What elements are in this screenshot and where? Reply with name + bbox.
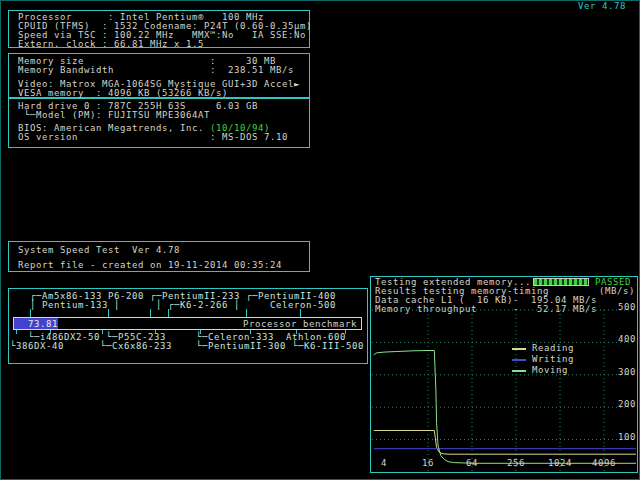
y-axis-tick-label: 100 <box>618 433 636 442</box>
legend-label-moving: Moving <box>532 366 568 375</box>
speedtest-title-box: System Speed Test Ver 4.78 Report file -… <box>8 241 310 272</box>
benchmark-scale-tick <box>108 309 109 317</box>
benchmark-value: 73.81 <box>28 319 58 329</box>
memory-chart-plot <box>372 310 636 472</box>
os-version-line: OS version : MS-DOS 7.10 <box>18 133 288 142</box>
memory-video-box: Memory size : 30 MB Memory Bandwidth : 2… <box>8 53 310 98</box>
speedsys-screen: Ver 4.78 Processor : Intel Pentium® 100 … <box>0 0 640 480</box>
x-axis-tick-label: 64 <box>466 459 478 468</box>
x-axis-tick-label: 4 <box>381 459 387 468</box>
memory-bandwidth-line: Memory Bandwidth : 238.51 MB/s <box>18 66 294 75</box>
benchmark-scale-tick <box>200 330 201 334</box>
benchmark-scale-tick <box>30 309 31 317</box>
benchmark-scale-tick <box>16 330 17 334</box>
legend-label-writing: Writing <box>532 355 574 364</box>
version-label: Ver 4.78 <box>578 2 626 11</box>
benchmark-scale-tick <box>296 330 297 334</box>
benchmark-scale-tick <box>246 309 247 317</box>
y-axis-tick-label: 200 <box>618 400 636 409</box>
x-axis-tick-label: 1024 <box>548 459 572 468</box>
extern-clock-line: Extern. clock : 66.81 MHz x 1.5 <box>18 40 204 49</box>
chart-unit-label: (MB/s) <box>599 287 635 296</box>
benchmark-scale-tick <box>300 309 301 317</box>
y-axis-tick-label: 500 <box>618 303 636 312</box>
legend-dash-writing <box>512 359 526 361</box>
progress-bar <box>533 278 589 286</box>
benchmark-scale-tick <box>150 309 151 317</box>
y-axis-tick-label: 300 <box>618 368 636 377</box>
drive-model-line: └─Model (PM): FUJITSU MPE3064AT <box>18 111 210 120</box>
benchmark-reference-labels-bottom: └386DX-40 └─Cx6x86-233 └─PentiumII-300 └… <box>10 342 364 351</box>
y-axis-tick-label: 400 <box>618 335 636 344</box>
benchmark-scale-tick <box>50 330 51 334</box>
benchmark-bar: 73.81 Processor benchmark <box>13 317 362 330</box>
benchmark-reference-labels-top: │ Pentium-133 │ │ ┌─K6-2-266 │ Celeron-5… <box>30 301 336 310</box>
speedtest-title: System Speed Test Ver 4.78 <box>18 246 180 255</box>
legend-dash-moving <box>512 370 526 372</box>
legend-dash-reading <box>512 348 526 350</box>
benchmark-scale-tick <box>155 330 156 334</box>
report-file-line: Report file - created on 19-11-2014 00:3… <box>18 261 282 270</box>
x-axis-tick-label: 16 <box>422 459 434 468</box>
benchmark-scale-tick <box>102 330 103 334</box>
benchmark-title: Processor benchmark <box>243 319 357 329</box>
benchmark-scale-tick <box>168 309 169 317</box>
benchmark-scale-tick <box>250 330 251 334</box>
series-reading <box>374 431 636 455</box>
x-axis-tick-label: 256 <box>507 459 525 468</box>
vesa-memory-line: VESA memory : 4096 KB (53266 KB/s) <box>18 89 228 98</box>
drive-bios-box: Hard drive 0 : 787C 255H 63S 6.03 GB └─M… <box>8 98 310 148</box>
legend-label-reading: Reading <box>532 344 574 353</box>
benchmark-scale-tick <box>345 330 346 334</box>
x-axis-tick-label: 4096 <box>592 459 616 468</box>
processor-info-box: Processor : Intel Pentium® 100 MHz CPUID… <box>8 10 310 48</box>
